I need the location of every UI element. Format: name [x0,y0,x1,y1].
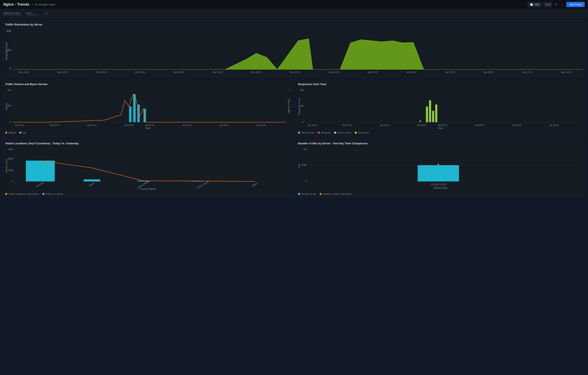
page-title: Nginx - Trends [3,2,29,7]
responses-legend: Client_Errors Redirects Server_Errors Su… [298,131,583,134]
svg-text:Jan 05 22: Jan 05 22 [182,124,191,126]
legend-hits: Hits [19,131,26,134]
num-hits-dot [298,193,300,195]
svg-text:Jan 05 22: Jan 05 22 [406,71,416,73]
svg-text:Time: Time [145,127,150,130]
svg-text:Time: Time [438,127,443,130]
redirects-label: Redirects [321,131,331,134]
client-errors-label: Client_Errors [301,131,315,134]
svg-text:Jan 07 22: Jan 07 22 [445,71,455,73]
svg-text:Dec 28 21: Dec 28 21 [417,124,427,126]
host-label: host * [26,12,39,14]
svg-text:Dec 24 21: Dec 24 21 [174,71,184,73]
svg-text:Hits: Hits [298,164,300,168]
hits-by-server-title: Number of Hits by Server - One Day Time … [298,142,583,145]
legend-redirects: Redirects [318,131,331,134]
num-hits-label: Number of Hits [301,193,316,195]
share-icon[interactable]: ⤴ [32,3,33,6]
time-range-button[interactable]: 🕐 -30D [528,2,542,7]
svg-text:0: 0 [305,180,306,182]
svg-text:1M: 1M [303,148,306,151]
traffic-distribution-chart: 40k 20k 0 Requests Count Dec 16 21 Dec 1… [5,28,583,75]
svg-text:Dec 20 21: Dec 20 21 [50,124,60,126]
server-errors-dot [334,132,336,134]
svg-text:Volume: Volume [5,103,8,111]
svg-text:4 GB: 4 GB [289,89,290,91]
responses-over-time-panel: Responses Over Time 40k 20k 0 Requests C… [295,80,586,137]
traffic-volume-panel: Traffic Volume and Bytes Served 40k 20k … [2,80,293,137]
svg-text:0: 0 [303,121,304,123]
svg-rect-57 [429,100,431,122]
traffic-volume-chart: 40k 20k 0 4 GB 2 GB 0 GB -2 GB Volume By… [5,88,290,130]
svg-text:Dec 18 21: Dec 18 21 [58,71,68,73]
svg-text:Dec 16 21: Dec 16 21 [308,124,317,126]
redirects-dot [318,132,320,134]
svg-text:Dec 28 21: Dec 28 21 [251,71,262,73]
svg-rect-80 [84,179,100,181]
header: Nginx - Trends ⤴ All changes saved 🕐 -30… [0,0,588,9]
client-errors-dot [298,132,300,134]
svg-text:Dec 22 21: Dec 22 21 [135,71,146,73]
svg-rect-79 [26,161,55,181]
add-filter-button[interactable]: + [44,11,49,16]
svg-text:40k: 40k [6,29,11,32]
svg-text:Dec 24 21: Dec 24 21 [87,124,97,126]
successes-dot [355,132,357,134]
responses-chart: 40k 20k 0 Requests Count [298,88,583,130]
svg-text:Dec 20 21: Dec 20 21 [343,124,352,126]
visitor-yesterday-dot [5,193,7,195]
visitor-locations-chart: 600k 400k 200k 0 Visitors Count [5,147,290,191]
svg-text:20k: 20k [7,104,11,107]
host-field: host * [26,12,39,15]
responses-title: Responses Over Time [298,83,583,86]
hits-by-server-chart: 1M 500k 0 Hits 103.102.131.80 Source Hos [298,147,583,191]
svg-text:Jan 13 22: Jan 13 22 [549,124,559,126]
svg-text:Jan 01 22: Jan 01 22 [438,124,447,126]
svg-text:Dec 30 21: Dec 30 21 [290,71,300,73]
svg-rect-59 [435,104,437,122]
svg-text:Dec 24 21: Dec 24 21 [380,124,389,126]
traffic-distribution-panel: Traffic Distribution by Server 40k 20k 0… [2,20,586,77]
hits-by-server-panel: Number of Hits by Server - One Day Time … [295,139,586,198]
header-controls: 🕐 -30D ↻ ▾ ▽ ⋮ Add Panel [528,2,585,7]
filter-icon-button[interactable]: ▽ [554,2,558,7]
visitors-locations-dot [42,193,44,195]
third-row: Visitor Locations (Top 5 Countries) - To… [2,139,586,198]
svg-rect-60 [420,120,421,122]
traffic-volume-title: Traffic Volume and Bytes Served [5,83,290,86]
svg-text:Dec 20 21: Dec 20 21 [96,71,107,73]
svg-text:Jan 13 22: Jan 13 22 [561,71,571,73]
webserver-farm-field: webserver_farm * [3,12,21,15]
svg-text:Requests Count: Requests Count [5,42,8,60]
svg-text:0: 0 [9,67,11,70]
filter-bar: webserver_farm * host * + [0,9,588,18]
svg-text:Jan 11 22: Jan 11 22 [522,71,532,73]
legend-visitors-locations: Visitors Locations [42,193,63,195]
svg-text:Time: Time [295,74,301,74]
host-value[interactable] [26,15,39,15]
legend-num-hits-yesterday: Number of Hits 1 Day before [320,193,352,195]
webserver-farm-value[interactable] [3,15,21,15]
svg-text:40k: 40k [300,89,304,91]
svg-text:20k: 20k [300,104,304,107]
svg-text:Bytes Served: Bytes Served [288,100,290,113]
svg-text:Jan 05 22: Jan 05 22 [475,124,484,126]
svg-text:Dec 16 21: Dec 16 21 [15,124,25,126]
svg-text:Jan 13 22: Jan 13 22 [257,124,266,126]
hits-label: Hits [22,131,26,134]
svg-rect-96 [418,165,459,181]
legend-num-hits: Number of Hits [298,193,316,195]
svg-text:Egypt: Egypt [252,182,258,187]
more-options-button[interactable]: ⋮ [560,2,565,7]
svg-text:Jan 01 22: Jan 01 22 [329,71,339,73]
refresh-button[interactable]: ↻ ▾ [543,2,552,7]
svg-rect-58 [432,111,434,122]
svg-text:Dec 16 21: Dec 16 21 [19,71,29,73]
svg-text:Jan 09 22: Jan 09 22 [220,124,229,126]
visitors-locations-label: Visitors Locations [45,193,63,195]
legend-server-errors: Server_Errors [334,131,351,134]
svg-text:-2 GB: -2 GB [289,121,290,123]
legend-gbytes: GBytes [5,131,16,134]
svg-text:600k: 600k [8,148,13,151]
add-panel-button[interactable]: Add Panel [566,2,585,7]
